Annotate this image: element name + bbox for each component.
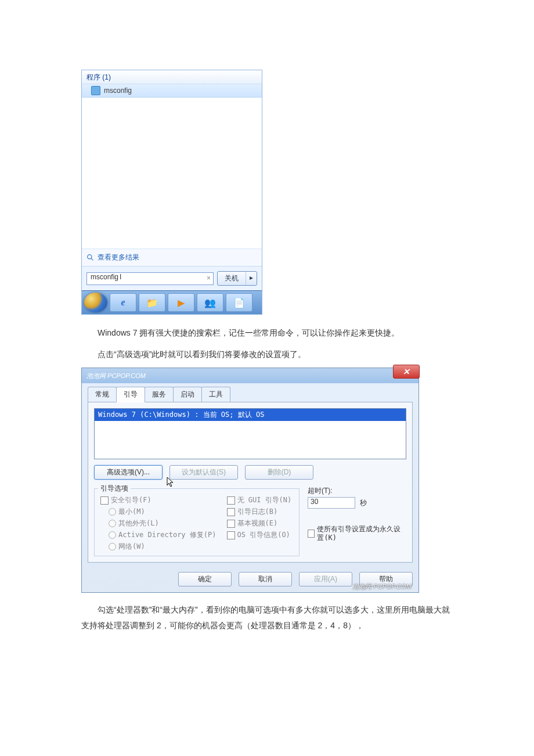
ie-icon: e bbox=[121, 297, 125, 308]
checkbox-icon bbox=[308, 530, 315, 538]
shutdown-button[interactable]: 关机 bbox=[218, 272, 246, 285]
ad-repair-radio[interactable]: Active Directory 修复(P) bbox=[109, 530, 217, 540]
people-icon: 👥 bbox=[204, 297, 216, 308]
os-listbox[interactable]: Windows 7 (C:\Windows) : 当前 OS; 默认 OS bbox=[94, 408, 406, 459]
no-gui-checkbox[interactable]: 无 GUI 引导(N) bbox=[227, 495, 292, 505]
cursor-arrow-icon bbox=[166, 476, 175, 488]
see-more-results-link[interactable]: 查看更多结果 bbox=[82, 249, 262, 266]
paragraph-2: 点击“高级选项”此时就可以看到我们将要修改的设置项了。 bbox=[81, 347, 453, 362]
search-result-label: msconfig bbox=[104, 87, 132, 95]
checkbox-icon bbox=[227, 508, 235, 516]
svg-line-1 bbox=[91, 258, 93, 260]
taskbar-app-button[interactable]: 📄 bbox=[226, 293, 252, 312]
search-input-value: msconfig bbox=[91, 273, 118, 281]
dialog-footer: 确定 取消 应用(A) 帮助 泡泡网 PCPOP.COM bbox=[82, 568, 418, 592]
taskbar-wmp-button[interactable]: ▶ bbox=[168, 293, 194, 312]
close-button[interactable]: ✕ bbox=[393, 365, 420, 379]
see-more-label: 查看更多结果 bbox=[98, 253, 139, 262]
checkbox-icon bbox=[227, 496, 235, 505]
apply-button[interactable]: 应用(A) bbox=[299, 572, 352, 586]
search-result-row[interactable]: msconfig bbox=[82, 84, 262, 98]
help-button[interactable]: 帮助 bbox=[359, 572, 413, 586]
play-icon: ▶ bbox=[178, 297, 185, 308]
radio-icon bbox=[109, 520, 116, 527]
search-input[interactable]: msconfigI × bbox=[86, 272, 214, 285]
checkbox-icon bbox=[227, 520, 235, 528]
titlebar-watermark: 泡泡网 PCPOP.COM bbox=[86, 372, 146, 380]
boot-options-group: 引导选项 安全引导(F) 最小(M) 其他外壳(L) Active Direct… bbox=[94, 488, 300, 556]
base-video-checkbox[interactable]: 基本视频(E) bbox=[227, 519, 292, 528]
search-bar-row: msconfigI × 关机 ▸ bbox=[82, 266, 262, 290]
app-icon: 📄 bbox=[233, 297, 245, 308]
os-entry-row[interactable]: Windows 7 (C:\Windows) : 当前 OS; 默认 OS bbox=[95, 409, 406, 421]
boot-tab-pane: Windows 7 (C:\Windows) : 当前 OS; 默认 OS 高级… bbox=[88, 402, 413, 563]
boot-log-checkbox[interactable]: 引导日志(B) bbox=[227, 507, 292, 517]
timeout-column: 超时(T): 30 秒 使所有引导设置成为永久设置(K) bbox=[308, 485, 406, 556]
radio-icon bbox=[109, 531, 116, 539]
paragraph-3: 勾选“处理器数”和“最大内存”，看到你的电脑可选项中有多大你就可以选多大，这里所… bbox=[81, 602, 453, 633]
close-icon: ✕ bbox=[403, 367, 410, 376]
svg-point-0 bbox=[88, 255, 92, 259]
boot-options-row: 引导选项 安全引导(F) 最小(M) 其他外壳(L) Active Direct… bbox=[94, 485, 406, 556]
tab-strip: 常规 引导 服务 启动 工具 bbox=[82, 383, 418, 402]
text-cursor-icon: I bbox=[120, 273, 120, 281]
programs-section-header: 程序 (1) bbox=[82, 70, 262, 84]
checkbox-icon bbox=[227, 531, 235, 539]
radio-icon bbox=[109, 543, 116, 550]
os-info-checkbox[interactable]: OS 引导信息(O) bbox=[227, 530, 292, 540]
window-titlebar: 泡泡网 PCPOP.COM ✕ bbox=[82, 368, 418, 383]
checkbox-icon bbox=[100, 496, 109, 505]
timeout-input[interactable]: 30 bbox=[308, 497, 355, 509]
clear-search-icon[interactable]: × bbox=[207, 274, 211, 282]
tab-startup[interactable]: 启动 bbox=[173, 387, 202, 402]
tab-tools[interactable]: 工具 bbox=[201, 387, 230, 402]
timeout-label: 超时(T): bbox=[308, 486, 406, 496]
paragraph-1: Windows 7 拥有强大便捷的搜索栏，记住一些常用命令，可以让你操作起来更快… bbox=[81, 325, 453, 341]
results-empty-area bbox=[82, 98, 262, 249]
safe-boot-checkbox[interactable]: 安全引导(F) bbox=[100, 495, 217, 505]
start-button[interactable] bbox=[84, 293, 107, 312]
taskbar-msn-button[interactable]: 👥 bbox=[197, 293, 223, 312]
start-menu-search-panel: 程序 (1) msconfig 查看更多结果 msconfigI × 关机 ▸ … bbox=[81, 70, 262, 315]
msconfig-window: 泡泡网 PCPOP.COM ✕ 常规 引导 服务 启动 工具 Windows 7… bbox=[81, 368, 419, 593]
msconfig-app-icon bbox=[91, 86, 100, 95]
os-action-buttons: 高级选项(V)... 设为默认值(S) 删除(D) bbox=[94, 465, 406, 480]
network-radio[interactable]: 网络(W) bbox=[109, 542, 217, 552]
ok-button[interactable]: 确定 bbox=[178, 572, 232, 586]
search-icon bbox=[86, 254, 94, 261]
cancel-button[interactable]: 取消 bbox=[239, 572, 292, 586]
folder-icon: 📁 bbox=[146, 297, 158, 308]
radio-icon bbox=[109, 508, 116, 516]
seconds-label: 秒 bbox=[360, 498, 367, 508]
tab-general[interactable]: 常规 bbox=[88, 387, 117, 402]
taskbar-explorer-button[interactable]: 📁 bbox=[139, 293, 165, 312]
tab-services[interactable]: 服务 bbox=[145, 387, 174, 402]
delete-button[interactable]: 删除(D) bbox=[245, 465, 313, 480]
boot-options-legend: 引导选项 bbox=[98, 484, 131, 494]
shutdown-split-button[interactable]: 关机 ▸ bbox=[217, 271, 257, 286]
permanent-checkbox[interactable]: 使所有引导设置成为永久设置(K) bbox=[308, 525, 406, 542]
advanced-options-button[interactable]: 高级选项(V)... bbox=[94, 465, 163, 480]
altshell-radio[interactable]: 其他外壳(L) bbox=[109, 519, 217, 528]
os-entry-text: Windows 7 (C:\Windows) : 当前 OS; 默认 OS bbox=[98, 411, 264, 419]
shutdown-more-button[interactable]: ▸ bbox=[246, 272, 257, 285]
tab-boot[interactable]: 引导 bbox=[116, 387, 145, 402]
minimal-radio[interactable]: 最小(M) bbox=[109, 507, 217, 517]
taskbar-ie-button[interactable]: e bbox=[110, 293, 136, 312]
taskbar: e 📁 ▶ 👥 📄 bbox=[82, 290, 262, 314]
set-default-button[interactable]: 设为默认值(S) bbox=[169, 465, 238, 480]
